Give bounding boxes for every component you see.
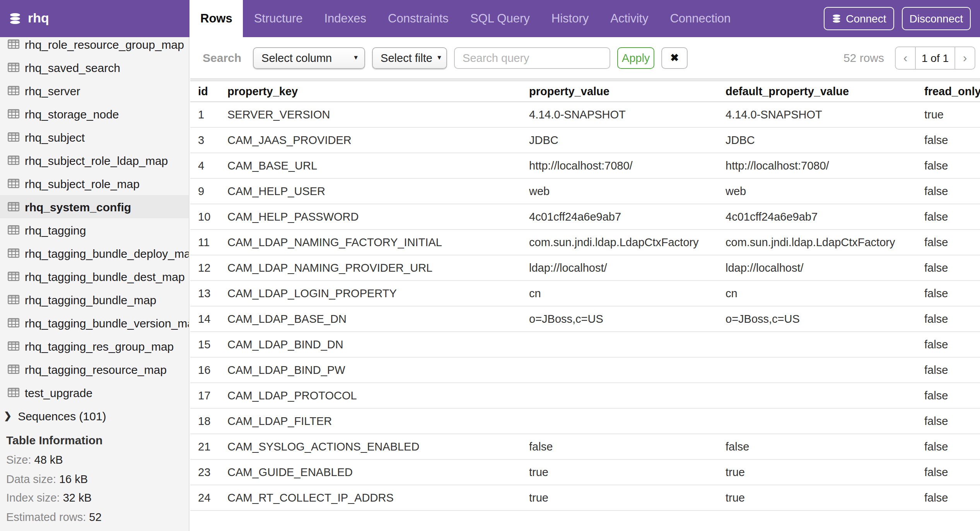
sidebar-item-rhq_subject_role_ldap_map[interactable]: rhq_subject_role_ldap_map	[0, 149, 189, 172]
cell-default_property_value[interactable]: true	[726, 485, 924, 510]
table-row[interactable]: 3CAM_JAAS_PROVIDERJDBCJDBCfalse	[190, 127, 980, 152]
cell-id[interactable]: 12	[190, 255, 227, 280]
cell-default_property_value[interactable]: web	[726, 178, 924, 204]
cell-fread_only[interactable]: false	[924, 127, 980, 152]
cell-fread_only[interactable]: false	[924, 178, 980, 204]
sidebar-item-rhq_server[interactable]: rhq_server	[0, 79, 189, 102]
cell-fread_only[interactable]: false	[924, 408, 980, 433]
cell-property_value[interactable]: false	[529, 433, 726, 459]
table-row[interactable]: 18CAM_LDAP_FILTERfalse	[190, 408, 980, 433]
cell-id[interactable]: 21	[190, 433, 227, 459]
cell-default_property_value[interactable]: 4c01cff24a6e9ab7	[726, 204, 924, 229]
table-row[interactable]: 16CAM_LDAP_BIND_PWfalse	[190, 357, 980, 382]
table-row[interactable]: 11CAM_LDAP_NAMING_FACTORY_INITIALcom.sun…	[190, 229, 980, 255]
table-row[interactable]: 24CAM_RT_COLLECT_IP_ADDRStruetruefalse	[190, 485, 980, 510]
cell-id[interactable]: 24	[190, 485, 227, 510]
column-header-id[interactable]: id	[190, 81, 227, 101]
cell-fread_only[interactable]: false	[924, 331, 980, 357]
cell-property_key[interactable]: CAM_LDAP_BASE_DN	[227, 306, 529, 331]
cell-property_value[interactable]: o=JBoss,c=US	[529, 306, 726, 331]
tab-indexes[interactable]: Indexes	[313, 0, 377, 37]
cell-default_property_value[interactable]: ldap://localhost/	[726, 255, 924, 280]
cell-property_key[interactable]: CAM_GUIDE_ENABLED	[227, 459, 529, 485]
column-header-fread_only[interactable]: fread_only	[924, 81, 980, 101]
table-row[interactable]: 10CAM_HELP_PASSWORD4c01cff24a6e9ab74c01c…	[190, 204, 980, 229]
cell-property_value[interactable]: true	[529, 459, 726, 485]
cell-fread_only[interactable]: false	[924, 280, 980, 306]
table-row[interactable]: 4CAM_BASE_URLhttp://localhost:7080/http:…	[190, 152, 980, 178]
cell-default_property_value[interactable]: http://localhost:7080/	[726, 152, 924, 178]
connect-button[interactable]: Connect	[823, 7, 894, 30]
tab-constraints[interactable]: Constraints	[377, 0, 459, 37]
sidebar-item-rhq_tagging_bundle_version_map[interactable]: rhq_tagging_bundle_version_map	[0, 311, 189, 334]
column-select[interactable]: Select column ▼	[253, 47, 365, 69]
cell-id[interactable]: 18	[190, 408, 227, 433]
sidebar-item-rhq_tagging_bundle_dest_map[interactable]: rhq_tagging_bundle_dest_map	[0, 265, 189, 288]
table-row[interactable]: 23CAM_GUIDE_ENABLEDtruetruefalse	[190, 459, 980, 485]
tab-history[interactable]: History	[541, 0, 599, 37]
cell-property_value[interactable]: 4c01cff24a6e9ab7	[529, 204, 726, 229]
cell-property_value[interactable]: http://localhost:7080/	[529, 152, 726, 178]
cell-default_property_value[interactable]: JDBC	[726, 127, 924, 152]
sidebar-item-rhq_tagging_bundle_map[interactable]: rhq_tagging_bundle_map	[0, 288, 189, 311]
sidebar-item-rhq_system_config[interactable]: rhq_system_config	[0, 195, 189, 218]
cell-id[interactable]: 17	[190, 382, 227, 408]
cell-property_key[interactable]: CAM_LDAP_BIND_DN	[227, 331, 529, 357]
cell-id[interactable]: 1	[190, 101, 227, 127]
cell-id[interactable]: 16	[190, 357, 227, 382]
cell-property_value[interactable]	[529, 408, 726, 433]
cell-fread_only[interactable]: false	[924, 459, 980, 485]
cell-default_property_value[interactable]: cn	[726, 280, 924, 306]
previous-page-button[interactable]: ‹	[896, 47, 915, 69]
cell-property_key[interactable]: CAM_LDAP_FILTER	[227, 408, 529, 433]
apply-button[interactable]: Apply	[617, 47, 654, 69]
clear-search-button[interactable]: ✖	[661, 47, 688, 69]
sidebar-item-sequences[interactable]: ❯ Sequences (101)	[0, 404, 189, 427]
tab-sql-query[interactable]: SQL Query	[459, 0, 541, 37]
cell-property_key[interactable]: CAM_LDAP_NAMING_PROVIDER_URL	[227, 255, 529, 280]
cell-fread_only[interactable]: false	[924, 255, 980, 280]
sidebar-item-rhq_storage_node[interactable]: rhq_storage_node	[0, 102, 189, 125]
cell-property_value[interactable]: cn	[529, 280, 726, 306]
cell-id[interactable]: 23	[190, 459, 227, 485]
cell-id[interactable]: 13	[190, 280, 227, 306]
cell-id[interactable]: 11	[190, 229, 227, 255]
cell-default_property_value[interactable]	[726, 382, 924, 408]
cell-fread_only[interactable]: false	[924, 382, 980, 408]
cell-default_property_value[interactable]	[726, 357, 924, 382]
table-row[interactable]: 13CAM_LDAP_LOGIN_PROPERTYcncnfalse	[190, 280, 980, 306]
cell-id[interactable]: 9	[190, 178, 227, 204]
cell-fread_only[interactable]: false	[924, 433, 980, 459]
sidebar-item-rhq_subject[interactable]: rhq_subject	[0, 125, 189, 149]
sidebar-item-rhq_saved_search[interactable]: rhq_saved_search	[0, 56, 189, 79]
sidebar-item-rhq_subject_role_map[interactable]: rhq_subject_role_map	[0, 172, 189, 195]
cell-property_key[interactable]: CAM_HELP_USER	[227, 178, 529, 204]
cell-default_property_value[interactable]: false	[726, 433, 924, 459]
cell-property_value[interactable]: com.sun.jndi.ldap.LdapCtxFactory	[529, 229, 726, 255]
disconnect-button[interactable]: Disconnect	[901, 7, 971, 30]
cell-property_key[interactable]: CAM_JAAS_PROVIDER	[227, 127, 529, 152]
next-page-button[interactable]: ›	[955, 47, 975, 69]
table-row[interactable]: 12CAM_LDAP_NAMING_PROVIDER_URLldap://loc…	[190, 255, 980, 280]
tab-structure[interactable]: Structure	[243, 0, 314, 37]
sidebar-item-rhq_tagging_res_group_map[interactable]: rhq_tagging_res_group_map	[0, 334, 189, 358]
cell-fread_only[interactable]: false	[924, 485, 980, 510]
cell-property_key[interactable]: CAM_SYSLOG_ACTIONS_ENABLED	[227, 433, 529, 459]
cell-property_key[interactable]: CAM_LDAP_LOGIN_PROPERTY	[227, 280, 529, 306]
cell-fread_only[interactable]: false	[924, 229, 980, 255]
cell-fread_only[interactable]: false	[924, 306, 980, 331]
sidebar-item-rhq_tagging[interactable]: rhq_tagging	[0, 218, 189, 242]
cell-fread_only[interactable]: false	[924, 152, 980, 178]
cell-property_key[interactable]: CAM_LDAP_NAMING_FACTORY_INITIAL	[227, 229, 529, 255]
cell-property_key[interactable]: SERVER_VERSION	[227, 101, 529, 127]
cell-fread_only[interactable]: true	[924, 101, 980, 127]
cell-default_property_value[interactable]	[726, 408, 924, 433]
tab-activity[interactable]: Activity	[599, 0, 659, 37]
cell-id[interactable]: 10	[190, 204, 227, 229]
cell-default_property_value[interactable]: 4.14.0-SNAPSHOT	[726, 101, 924, 127]
cell-property_value[interactable]: JDBC	[529, 127, 726, 152]
cell-id[interactable]: 14	[190, 306, 227, 331]
tab-rows[interactable]: Rows	[190, 0, 243, 37]
cell-property_value[interactable]	[529, 382, 726, 408]
column-header-default_property_value[interactable]: default_property_value	[726, 81, 924, 101]
